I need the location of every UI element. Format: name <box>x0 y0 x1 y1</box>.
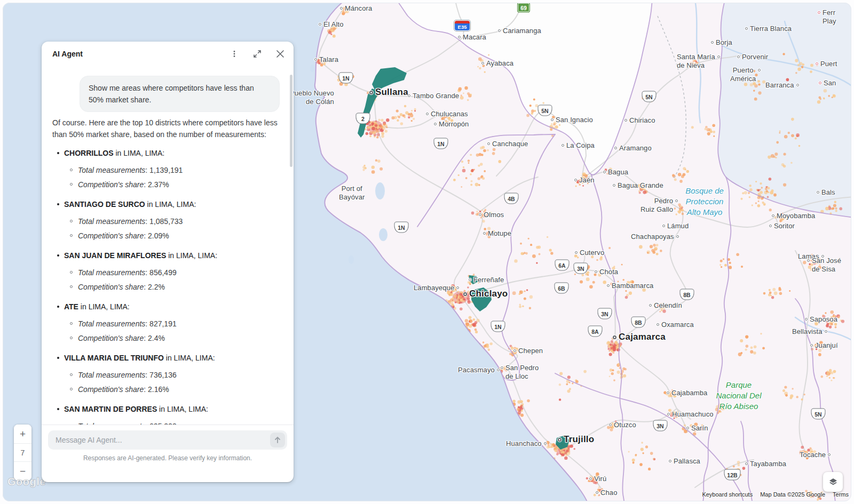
route-shield: 8B <box>631 317 646 328</box>
map-town-label: Santa Maríade Nieva <box>677 53 720 70</box>
town-dot <box>796 84 799 86</box>
map-town-label: Bellavista <box>792 327 827 336</box>
map-town-label: Huanchaco <box>506 439 547 448</box>
town-dot <box>483 232 486 235</box>
town-dot <box>614 147 617 149</box>
route-shield: 3N <box>574 263 588 274</box>
panel-header: AI Agent <box>42 42 294 66</box>
map-town-label: Tambo Grande <box>408 92 459 100</box>
town-dot <box>758 69 761 71</box>
map-town-label: Porvenir <box>737 53 768 61</box>
kebab-menu-icon[interactable] <box>230 49 239 59</box>
town-dot <box>737 55 740 58</box>
map-city-label: Chiclayo <box>463 290 508 298</box>
map-town-label: Macara <box>458 33 486 42</box>
town-dot <box>314 58 317 61</box>
map-town-label: Barranca <box>765 81 799 90</box>
town-dot <box>675 199 678 202</box>
district-detail: Competition's share: 2.4% <box>52 333 280 343</box>
map-town-label: Chiriaco <box>624 116 655 125</box>
panel-footer: Responses are AI-generated. Please verif… <box>42 425 294 482</box>
route-shield: 5N <box>642 91 657 102</box>
town-dot <box>669 460 671 462</box>
town-dot <box>828 453 831 456</box>
zoom-in-button[interactable]: + <box>14 425 31 443</box>
town-dot <box>369 91 373 94</box>
town-dot <box>816 62 818 65</box>
zoom-level: 7 <box>14 443 31 462</box>
terms-link[interactable]: Terms <box>833 491 849 498</box>
map-town-label: Otuzco <box>609 421 636 429</box>
district-detail: Competition's share: 2.16% <box>52 384 280 395</box>
map-town-label: Virú <box>589 475 606 483</box>
map-town-label: Cutervo <box>575 249 604 257</box>
map-town-label: Sarín <box>686 424 708 433</box>
ai-response-intro: Of course. Here are the top 10 districts… <box>52 117 280 140</box>
map-town-label: Chachapoyas <box>631 233 679 241</box>
map-town-label: Oxamarca <box>657 321 694 329</box>
route-shield: 3N <box>598 308 612 319</box>
layers-button[interactable] <box>823 472 843 492</box>
map-town-label: Chao <box>596 489 617 497</box>
map-town-label: San Ignacio <box>551 116 593 124</box>
district-item: CHORRILLOS in LIMA, LIMA:Total measureme… <box>52 148 280 190</box>
district-item: ATE in LIMA, LIMA:Total measurements: 82… <box>52 301 280 343</box>
route-shield: 5N <box>811 409 826 420</box>
town-dot <box>558 438 562 442</box>
map-town-label: Morropón <box>434 120 469 129</box>
map-town-label: Chepen <box>513 347 543 355</box>
district-detail: Total measurements: 1,085,733 <box>52 216 280 227</box>
map-town-label: Cariamanga <box>498 27 541 35</box>
town-dot <box>805 318 808 321</box>
map-town-label: Bagua Grande <box>613 181 663 190</box>
map-town-label: PedroRuiz Gallo <box>640 197 678 214</box>
map-town-label: Lámud <box>662 222 689 230</box>
town-dot <box>810 344 813 347</box>
map-town-label: Lambayeque <box>414 284 459 292</box>
route-shield: 5N <box>538 105 552 116</box>
town-dot <box>562 144 564 147</box>
route-shield: 8B <box>680 289 694 300</box>
google-logo[interactable]: Google <box>7 476 46 488</box>
zoom-control: + 7 − <box>14 425 31 481</box>
chat-transcript: Show me areas where competitors have les… <box>42 66 294 425</box>
route-shield: 1N <box>491 321 505 332</box>
map-town-label: Celendín <box>649 301 682 310</box>
expand-icon[interactable] <box>252 49 262 59</box>
district-detail: Competition's share: 2.09% <box>52 230 280 241</box>
send-button[interactable] <box>270 433 285 447</box>
map-attribution: Keyboard shortcuts Map Data ©2025 Google… <box>702 491 849 498</box>
district-detail: Total measurements: 827,191 <box>52 318 280 329</box>
map-town-label: Tocache <box>800 451 831 459</box>
town-dot <box>513 349 516 352</box>
panel-scrollbar[interactable] <box>290 75 292 167</box>
protected-area-label: ParqueNacional DelRío Abiseo <box>716 380 761 412</box>
town-dot <box>667 391 669 394</box>
town-dot <box>772 214 774 217</box>
town-dot <box>501 366 503 369</box>
town-dot <box>825 330 827 333</box>
map-city-label: Sullana <box>369 88 408 97</box>
map-town-label: Olmos <box>479 211 504 219</box>
send-up-arrow-icon <box>274 436 281 444</box>
close-icon[interactable] <box>275 49 285 59</box>
town-dot <box>676 235 679 238</box>
message-input[interactable] <box>48 430 287 450</box>
map-town-label: Tayabamba <box>745 460 786 468</box>
district-item: SANTIAGO DE SURCO in LIMA, LIMA:Total me… <box>52 199 280 241</box>
route-shield: 69 <box>518 3 529 12</box>
route-shield: 2 <box>356 113 370 124</box>
town-dot <box>434 123 437 125</box>
map-town-label: Cajabamba <box>667 389 707 397</box>
district-item: SAN MARTIN DE PORRES in LIMA, LIMA:Total… <box>52 404 280 425</box>
town-dot <box>613 335 616 339</box>
town-dot <box>607 284 610 287</box>
map-city-label: Trujillo <box>558 435 594 444</box>
district-item: VILLA MARIA DEL TRIUNFO in LIMA, LIMA:To… <box>52 353 280 395</box>
keyboard-shortcuts-link[interactable]: Keyboard shortcuts <box>702 491 753 498</box>
route-shield: 6B <box>555 283 569 294</box>
route-shield: 8A <box>588 326 603 337</box>
map-town-label: Soritor <box>769 222 795 230</box>
map-town-label: Bals <box>817 188 835 197</box>
route-shield: 12B <box>724 469 741 481</box>
